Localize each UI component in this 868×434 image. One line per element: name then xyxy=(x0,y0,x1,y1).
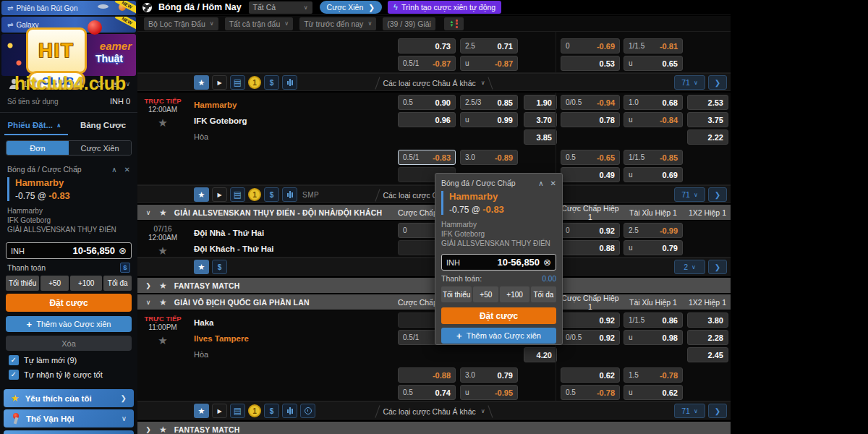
favorite-star-icon[interactable]: ★ xyxy=(137,244,188,258)
odds-cell[interactable]: 2.5-0.99 xyxy=(624,223,683,238)
odds-cell[interactable]: 0.88 xyxy=(561,240,620,255)
tab-bet-slip[interactable]: Phiếu Đặt...∧ xyxy=(0,116,69,135)
plus100-button[interactable]: +100 xyxy=(70,276,102,291)
checkbox-checked-icon[interactable] xyxy=(9,355,19,365)
max-stake-button[interactable]: Tối đa xyxy=(103,276,132,291)
next-arrow-button[interactable]: ❯ xyxy=(708,404,727,418)
odds-cell[interactable]: u-0.87 xyxy=(460,56,518,71)
match-filter-dropdown[interactable]: Bộ Lọc Trận Đấu∨ xyxy=(144,17,218,30)
clear-icon[interactable]: ⊗ xyxy=(119,245,127,256)
star-icon[interactable]: ★ xyxy=(194,260,209,274)
odds-cell[interactable]: 3.85 xyxy=(524,129,557,145)
star-icon[interactable]: ★ xyxy=(159,425,167,434)
odds-cell[interactable]: 1.90 xyxy=(524,95,557,110)
min-stake-button[interactable]: Tối thiểu xyxy=(6,276,39,291)
league-header-row[interactable]: ❯★FANTASY MATCH xyxy=(137,422,731,434)
market-count-dropdown[interactable]: 71∨ xyxy=(674,187,705,202)
favorite-star-icon[interactable]: ★ xyxy=(137,116,188,129)
checkbox-checked-icon[interactable] xyxy=(9,370,19,380)
chart-icon[interactable] xyxy=(282,75,297,90)
league-count-button[interactable]: (39 / 39) Giải xyxy=(383,17,435,30)
coin-icon[interactable]: 1 xyxy=(248,188,261,201)
odds-cell[interactable]: 2.53 xyxy=(687,95,728,110)
odds-cell[interactable]: 0.5/1-0.87 xyxy=(398,56,456,71)
odds-cell[interactable]: 2.22 xyxy=(687,129,728,145)
odds-cell[interactable]: 0.49 xyxy=(561,167,620,182)
min-stake-button[interactable]: Tối thiểu xyxy=(441,286,472,302)
collapse-icon[interactable]: ∧ xyxy=(111,166,116,174)
odds-cell[interactable]: 00.92 xyxy=(561,223,620,238)
play-icon[interactable]: ▶ xyxy=(212,75,227,90)
odds-cell[interactable]: 3.00.79 xyxy=(460,367,518,383)
star-icon[interactable]: ★ xyxy=(194,187,209,202)
olympics-button[interactable]: Thế Vận Hội ∨ xyxy=(4,409,134,427)
dollar-badge-icon[interactable]: $ xyxy=(120,263,130,273)
tab-bet-board[interactable]: Bảng Cược xyxy=(69,116,137,135)
odds-cell[interactable]: 1/1.5-0.81 xyxy=(624,38,683,54)
auto-parlay-button[interactable]: ϟTrình tạo cược xiên tự động xyxy=(388,1,501,14)
plus100-button[interactable]: +100 xyxy=(500,286,529,302)
odds-cell[interactable]: 1/1.50.86 xyxy=(624,312,683,328)
delete-button[interactable]: Xóa xyxy=(6,336,132,351)
close-icon[interactable]: ✕ xyxy=(124,166,130,174)
place-bet-button[interactable]: Đặt cược xyxy=(6,294,132,312)
chevron-right-icon[interactable]: ❯ xyxy=(137,282,159,289)
favorites-button[interactable]: ★ Yêu thích của tôi ❯ xyxy=(4,389,134,407)
odds-cell[interactable]: 0.5-0.65 xyxy=(561,150,620,165)
odds-cell[interactable]: u0.79 xyxy=(624,240,683,255)
odds-cell[interactable]: 1.00.68 xyxy=(624,95,683,110)
star-icon[interactable]: ★ xyxy=(194,75,209,90)
odds-cell[interactable]: 2.28 xyxy=(687,330,728,345)
odds-cell[interactable]: 0.78 xyxy=(561,112,620,127)
plus50-button[interactable]: +50 xyxy=(41,276,69,291)
odds-cell[interactable]: u-0.95 xyxy=(460,385,518,400)
play-icon[interactable]: ▶ xyxy=(212,404,227,418)
odds-cell[interactable]: 3.0-0.89 xyxy=(460,150,518,165)
odds-cell[interactable]: 2.50.71 xyxy=(460,38,518,54)
stake-input[interactable]: INH 10-56,850 ⊗ xyxy=(441,254,556,271)
single-bet-button[interactable]: Đơn xyxy=(7,141,69,155)
add-to-parlay-button[interactable]: +Thêm vào Cược xiên xyxy=(441,328,556,344)
odds-cell[interactable]: 0/0.5-0.94 xyxy=(561,95,620,110)
stake-input[interactable]: INH 10-56,850 ⊗ xyxy=(6,242,132,259)
odds-cell[interactable]: 0-0.69 xyxy=(561,38,620,54)
league-header-row[interactable]: ∨★GIẢI VÔ ĐỊCH QUỐC GIA PHẦN LANCược Chấ… xyxy=(137,294,731,310)
odds-cell[interactable]: 3.70 xyxy=(524,112,557,127)
next-arrow-button[interactable]: ❯ xyxy=(708,260,727,274)
market-count-dropdown[interactable]: 2∨ xyxy=(674,260,705,274)
coin-icon[interactable]: 1 xyxy=(248,404,261,417)
odds-cell[interactable]: 1.5-0.78 xyxy=(624,367,683,383)
odds-cell[interactable]: 0.50.74 xyxy=(398,385,456,400)
odds-cell[interactable]: 2.45 xyxy=(687,347,728,362)
league-header-row[interactable]: ❯★FANTASY MATCH xyxy=(137,278,731,293)
parlay-button[interactable]: Cược Xiên❯ xyxy=(320,1,383,14)
banner-quick-version[interactable]: ⇌Phiên bản Rút Gọn NEW xyxy=(1,1,136,15)
odds-cell[interactable]: 0.96 xyxy=(398,112,456,127)
play-icon[interactable]: ▶ xyxy=(212,187,227,202)
all-matches-dropdown[interactable]: Tất cả trận đấu∨ xyxy=(225,17,293,30)
dollar-icon[interactable]: $ xyxy=(264,187,279,202)
time-range-dropdown[interactable]: Từ trước đến nay∨ xyxy=(299,17,376,30)
chart-icon[interactable] xyxy=(282,187,297,202)
odds-cell[interactable]: u0.99 xyxy=(460,112,518,127)
collapse-icon[interactable]: ∧ xyxy=(538,179,543,187)
market-count-dropdown[interactable]: 71∨ xyxy=(674,404,705,418)
odds-cell[interactable]: u0.69 xyxy=(624,167,683,182)
chevron-down-icon[interactable]: ∨ xyxy=(137,299,159,306)
next-section-bar[interactable] xyxy=(4,430,134,434)
odds-cell[interactable]: 0.73 xyxy=(398,38,456,54)
odds-cell[interactable]: u0.62 xyxy=(624,385,683,400)
odds-cell[interactable]: 4.20 xyxy=(524,347,557,362)
odds-cell[interactable]: 2.5/30.85 xyxy=(460,95,518,110)
parlay-bet-button[interactable]: Cược Xiên xyxy=(69,141,131,155)
max-stake-button[interactable]: Tối đa xyxy=(531,286,556,302)
star-icon[interactable]: ★ xyxy=(159,297,167,307)
odds-cell[interactable]: 0.92 xyxy=(561,312,620,328)
add-to-parlay-button[interactable]: +Thêm vào Cược xiên xyxy=(6,316,132,332)
chevron-down-icon[interactable]: ∨ xyxy=(137,209,159,216)
chevron-right-icon[interactable]: ❯ xyxy=(137,426,159,433)
odds-cell[interactable]: 1/1.5-0.85 xyxy=(624,150,683,165)
clock-icon[interactable] xyxy=(300,404,315,418)
odds-cell[interactable]: 0.50.90 xyxy=(398,95,456,110)
ticket-icon[interactable]: ▤ xyxy=(230,404,245,418)
